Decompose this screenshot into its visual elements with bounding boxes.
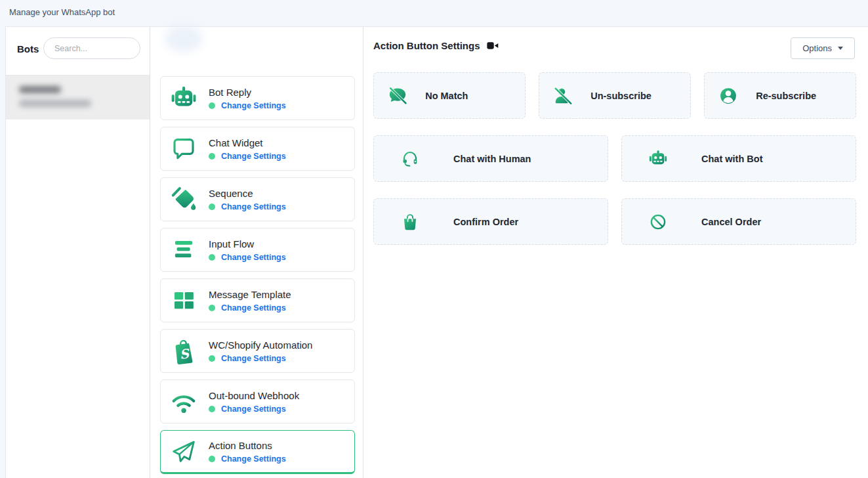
action-label: No Match: [425, 91, 468, 101]
status-dot: [209, 355, 215, 362]
action-card-cancel-order[interactable]: Cancel Order: [621, 198, 856, 245]
action-grid: No Match Un-subscribe Re-subscribe: [373, 72, 856, 261]
paper-plane-icon: [170, 438, 197, 466]
grid-icon: [170, 287, 197, 315]
action-button-settings-panel: Action Button Settings Options No Match: [363, 27, 868, 478]
feature-card-chat-widget: Chat Widget Change Settings: [160, 127, 355, 171]
feature-title: Message Template: [209, 289, 291, 300]
change-settings-link[interactable]: Change Settings: [221, 404, 286, 414]
feature-card-bot-reply: Bot Reply Change Settings: [160, 76, 355, 120]
status-dot: [209, 456, 215, 462]
options-label: Options: [802, 43, 832, 53]
top-bar: Manage your WhatsApp bot: [0, 0, 868, 26]
change-settings-link[interactable]: Change Settings: [221, 253, 286, 262]
redacted-bot-phone: [19, 100, 91, 107]
user-circle-icon: [718, 86, 738, 106]
options-button[interactable]: Options: [791, 37, 855, 59]
caret-down-icon: [838, 47, 843, 50]
blurred-avatar: [165, 26, 203, 52]
feature-card-input-flow: Input Flow Change Settings: [160, 228, 355, 272]
feature-title: Bot Reply: [209, 87, 286, 98]
change-settings-link[interactable]: Change Settings: [221, 101, 286, 110]
bars-icon: [170, 236, 197, 264]
action-label: Un-subscribe: [590, 91, 651, 101]
comment-slash-icon: [388, 86, 407, 106]
robot-icon: [648, 149, 668, 169]
feature-card-message-template: Message Template Change Settings: [160, 278, 355, 322]
search-input[interactable]: [43, 37, 140, 59]
action-card-no-match[interactable]: No Match: [373, 72, 526, 119]
action-label: Cancel Order: [701, 217, 761, 227]
feature-title: Out-bound Webhook: [209, 390, 299, 401]
status-dot: [209, 305, 215, 311]
change-settings-link[interactable]: Change Settings: [221, 202, 286, 211]
feature-card-action-buttons[interactable]: Action Buttons Change Settings: [160, 430, 355, 474]
feature-card-sequence: Sequence Change Settings: [160, 177, 355, 221]
feature-title: Sequence: [209, 188, 286, 199]
main-shell: Bots Bot Reply Change Settings: [5, 26, 868, 478]
feature-card-shopify-automation: S WC/Shopify Automation Change Settings: [160, 329, 355, 373]
change-settings-link[interactable]: Change Settings: [221, 303, 286, 313]
ban-icon: [648, 212, 668, 232]
shopify-bag-icon: S: [170, 337, 197, 365]
feature-list: Bot Reply Change Settings Chat Widget Ch…: [160, 76, 355, 474]
user-slash-icon: [553, 86, 573, 106]
action-label: Chat with Human: [453, 154, 531, 164]
action-label: Re-subscribe: [756, 91, 816, 101]
action-label: Chat with Bot: [701, 154, 762, 164]
video-camera-icon[interactable]: [487, 41, 499, 50]
action-card-resubscribe[interactable]: Re-subscribe: [704, 72, 856, 119]
action-card-chat-with-bot[interactable]: Chat with Bot: [621, 135, 856, 182]
robot-icon: [170, 85, 197, 112]
fill-drip-icon: [170, 186, 197, 213]
headset-icon: [400, 149, 420, 169]
action-card-unsubscribe[interactable]: Un-subscribe: [539, 72, 691, 119]
feature-column: Bot Reply Change Settings Chat Widget Ch…: [150, 27, 363, 478]
feature-title: WC/Shopify Automation: [209, 339, 312, 351]
feature-title: Action Buttons: [209, 440, 286, 451]
action-card-confirm-order[interactable]: Confirm Order: [373, 198, 608, 245]
panel-title: Action Button Settings: [373, 40, 480, 51]
status-dot: [209, 102, 215, 109]
page-title: Manage your WhatsApp bot: [9, 7, 115, 17]
action-label: Confirm Order: [453, 217, 518, 227]
selected-bot-item[interactable]: [6, 75, 150, 120]
feature-title: Input Flow: [209, 238, 286, 250]
change-settings-link[interactable]: Change Settings: [221, 454, 286, 464]
chat-bubble-icon: [170, 135, 197, 163]
status-dot: [209, 204, 215, 210]
status-dot: [209, 153, 215, 160]
change-settings-link[interactable]: Change Settings: [221, 152, 286, 161]
bots-heading: Bots: [17, 43, 39, 54]
feature-card-outbound-webhook: Out-bound Webhook Change Settings: [160, 380, 355, 424]
bots-sidebar: Bots: [6, 27, 150, 478]
action-card-chat-with-human[interactable]: Chat with Human: [373, 135, 608, 182]
redacted-bot-name: [19, 86, 61, 93]
status-dot: [209, 406, 215, 412]
wifi-icon: [170, 388, 197, 416]
feature-title: Chat Widget: [209, 137, 286, 148]
status-dot: [209, 254, 215, 261]
shopping-bag-icon: [400, 212, 420, 232]
change-settings-link[interactable]: Change Settings: [221, 354, 286, 363]
